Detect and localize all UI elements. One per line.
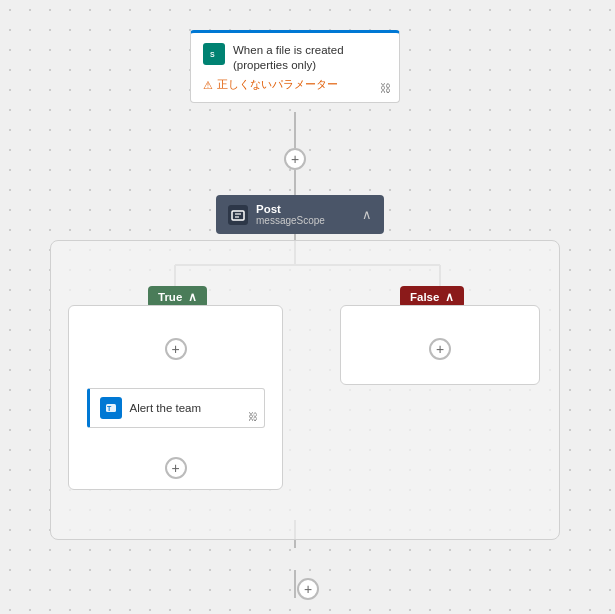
add-icon-true-bottom[interactable]: +	[165, 457, 187, 479]
svg-text:S: S	[210, 51, 215, 58]
add-button-true-top[interactable]: +	[165, 338, 187, 360]
action-link-icon: ⛓	[248, 411, 258, 422]
add-icon-false[interactable]: +	[429, 338, 451, 360]
action-title: Alert the team	[130, 402, 202, 414]
warning-icon: ⚠	[203, 79, 213, 91]
teams-icon: T	[100, 397, 122, 419]
add-button-true-bottom[interactable]: +	[165, 457, 187, 479]
trigger-node[interactable]: S When a file is created (properties onl…	[190, 30, 400, 103]
svg-rect-15	[232, 211, 244, 220]
trigger-warning: ⚠ 正しくないパラメーター	[203, 78, 387, 92]
canvas: S When a file is created (properties onl…	[0, 0, 615, 614]
true-label: True	[158, 291, 182, 303]
trigger-title: When a file is created (properties only)	[233, 43, 387, 73]
add-icon-bottom[interactable]: +	[297, 578, 319, 600]
false-label: False	[410, 291, 439, 303]
scope-left: Post messageScope	[228, 203, 325, 226]
trigger-header: S When a file is created (properties onl…	[203, 43, 387, 73]
add-button-false[interactable]: +	[429, 338, 451, 360]
scope-subtitle: messageScope	[256, 215, 325, 226]
add-icon-1[interactable]: +	[284, 148, 306, 170]
branch-false-box: +	[340, 305, 540, 385]
add-button-bottom[interactable]: +	[297, 578, 319, 600]
true-collapse-icon: ∧	[188, 290, 197, 304]
scope-node[interactable]: Post messageScope ∧	[216, 195, 384, 234]
sharepoint-icon: S	[203, 43, 225, 65]
warning-text: 正しくないパラメーター	[217, 78, 338, 92]
action-node[interactable]: T Alert the team ⛓	[87, 388, 265, 428]
add-button-1[interactable]: +	[284, 148, 306, 170]
svg-text:T: T	[107, 405, 112, 412]
trigger-link-icon: ⛓	[380, 82, 391, 94]
scope-icon	[228, 205, 248, 225]
false-collapse-icon: ∧	[445, 290, 454, 304]
action-container: T Alert the team ⛓	[87, 388, 265, 428]
branch-true-box: + T Alert the team ⛓ +	[68, 305, 283, 490]
scope-title: Post	[256, 203, 325, 215]
add-icon-true-top[interactable]: +	[165, 338, 187, 360]
scope-collapse-button[interactable]: ∧	[362, 207, 372, 222]
